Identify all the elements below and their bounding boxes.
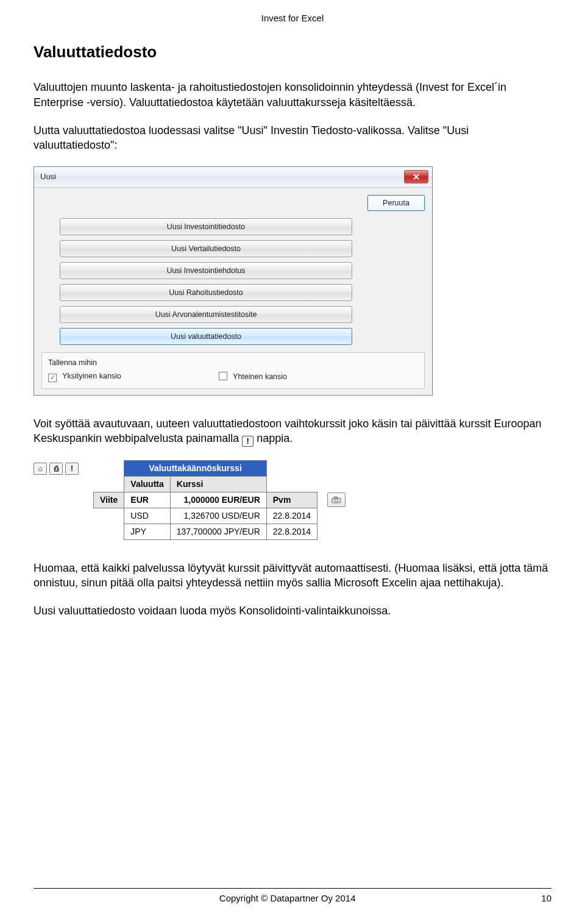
checkbox-shared[interactable]: Yhteinen kansio: [219, 372, 287, 382]
option-investointiehdotus[interactable]: Uusi Investointiehdotus: [60, 262, 352, 279]
svg-point-1: [335, 499, 338, 502]
option-list: Uusi Investointitiedosto Uusi Vertailuti…: [60, 218, 352, 345]
table-row: Viite EUR 1,000000 EUR/EUR Pvm: [94, 492, 346, 508]
option-rahoitustiedosto[interactable]: Uusi Rahoitustiedosto: [60, 284, 352, 301]
currency-table: Valuuttakäännöskurssi Valuutta Kurssi Vi…: [93, 460, 346, 539]
paragraph-note: Huomaa, että kaikki palvelussa löytyvät …: [34, 561, 551, 591]
col-rate: Kurssi: [170, 477, 266, 492]
uusi-dialog: Uusi Peruuta Uusi Investointitiedosto Uu…: [34, 166, 433, 396]
toolbar-icons: ⌂ ⎙ !: [34, 460, 79, 475]
page-header: Invest for Excel: [34, 12, 551, 24]
currency-code: USD: [124, 508, 170, 524]
close-button[interactable]: [404, 170, 428, 183]
paragraph-update: Voit syöttää avautuvaan, uuteen valuutta…: [34, 416, 551, 447]
refresh-icon[interactable]: !: [65, 463, 79, 475]
page-footer: Copyright © Datapartner Oy 2014 10: [34, 888, 551, 904]
dialog-body: Peruuta Uusi Investointitiedosto Uusi Ve…: [34, 188, 432, 395]
paragraph-consolidation: Uusi valuuttatiedosto voidaan luoda myös…: [34, 603, 551, 618]
currency-rate: 1,326700 USD/EUR: [170, 508, 266, 524]
camera-button[interactable]: [327, 492, 346, 507]
option-arvonalentumistestitosite[interactable]: Uusi Arvonalentumistestitosite: [60, 306, 352, 323]
checkbox-shared-box: [219, 372, 227, 380]
paragraph-update-b: nappia.: [257, 432, 292, 444]
checkbox-shared-label: Yhteinen kansio: [233, 372, 287, 381]
save-label: Tallenna mihin: [48, 358, 418, 368]
save-group: Tallenna mihin ✓ Yksityinen kansio Yhtei…: [41, 352, 425, 389]
col-currency: Valuutta: [124, 477, 170, 492]
checkbox-private-label: Yksityinen kansio: [62, 372, 121, 380]
pvm-text: Pvm: [273, 494, 291, 506]
paragraph-intro: Valuuttojen muunto laskenta- ja rahoitus…: [34, 80, 551, 110]
footer-page: 10: [541, 892, 551, 904]
print-icon[interactable]: ⎙: [49, 463, 63, 475]
table-row: USD 1,326700 USD/EUR 22.8.2014: [94, 508, 346, 524]
option-valuuttatiedosto[interactable]: Uusi valuuttatiedosto: [60, 328, 352, 345]
ref-label: Viite: [94, 492, 124, 508]
close-icon: [413, 173, 420, 180]
currency-table-header: Valuuttakäännöskurssi: [124, 461, 266, 477]
camera-icon: [332, 496, 341, 503]
pvm-label: Pvm: [266, 492, 317, 508]
section-title: Valuuttatiedosto: [34, 41, 551, 63]
home-icon[interactable]: ⌂: [34, 463, 47, 475]
currency-rate: 137,700000 JPY/EUR: [170, 524, 266, 539]
dialog-title: Uusi: [40, 171, 56, 182]
currency-code: JPY: [124, 524, 170, 539]
option-investointitiedosto[interactable]: Uusi Investointitiedosto: [60, 218, 352, 235]
dialog-titlebar: Uusi: [34, 167, 432, 188]
currency-date: 22.8.2014: [266, 508, 317, 524]
currency-rate: 1,000000 EUR/EUR: [170, 492, 266, 508]
cancel-button[interactable]: Peruuta: [367, 195, 425, 211]
checkbox-private[interactable]: ✓ Yksityinen kansio: [48, 371, 121, 382]
paragraph-steps: Uutta valuuttatiedostoa luodessasi valit…: [34, 123, 551, 153]
exclaim-icon: !: [242, 436, 254, 447]
currency-block: ⌂ ⎙ ! Valuuttakäännöskurssi Valuutta Kur…: [34, 460, 551, 539]
footer-copyright: Copyright © Datapartner Oy 2014: [219, 892, 356, 904]
currency-date: 22.8.2014: [266, 524, 317, 539]
checkbox-private-box: ✓: [48, 374, 57, 382]
svg-rect-2: [335, 497, 337, 499]
option-vertailutiedosto[interactable]: Uusi Vertailutiedosto: [60, 240, 352, 257]
currency-code: EUR: [124, 492, 170, 508]
table-row: JPY 137,700000 JPY/EUR 22.8.2014: [94, 524, 346, 539]
